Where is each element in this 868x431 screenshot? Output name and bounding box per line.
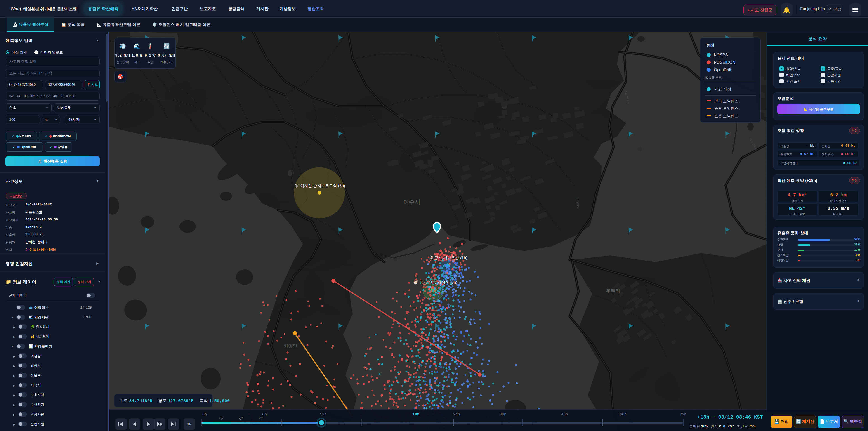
svg-text:🏖 종포 해수욕장 (1h): 🏖 종포 해수욕장 (1h) bbox=[429, 256, 467, 260]
svg-text:♡: ♡ bbox=[239, 415, 243, 421]
svg-text:🦪 국동 전복 양식장 (3h): 🦪 국동 전복 양식장 (3h) bbox=[413, 280, 457, 285]
svg-text:우두리: 우두리 bbox=[606, 288, 620, 294]
svg-text:화양면: 화양면 bbox=[284, 343, 297, 348]
svg-text:36h: 36h bbox=[500, 412, 506, 417]
svg-text:60h: 60h bbox=[620, 412, 627, 417]
svg-text:🕊 여자만 습지보호구역 (6h): 🕊 여자만 습지보호구역 (6h) bbox=[295, 184, 345, 188]
svg-text:24h: 24h bbox=[453, 412, 460, 417]
svg-text:72h: 72h bbox=[680, 412, 687, 417]
svg-text:♡: ♡ bbox=[258, 415, 263, 421]
svg-text:0h: 0h bbox=[202, 412, 207, 417]
svg-text:12h: 12h bbox=[320, 412, 327, 417]
svg-text:여수시: 여수시 bbox=[403, 199, 421, 205]
svg-text:48h: 48h bbox=[561, 412, 568, 417]
svg-text:♡: ♡ bbox=[219, 415, 223, 421]
svg-text:18h: 18h bbox=[412, 412, 420, 417]
